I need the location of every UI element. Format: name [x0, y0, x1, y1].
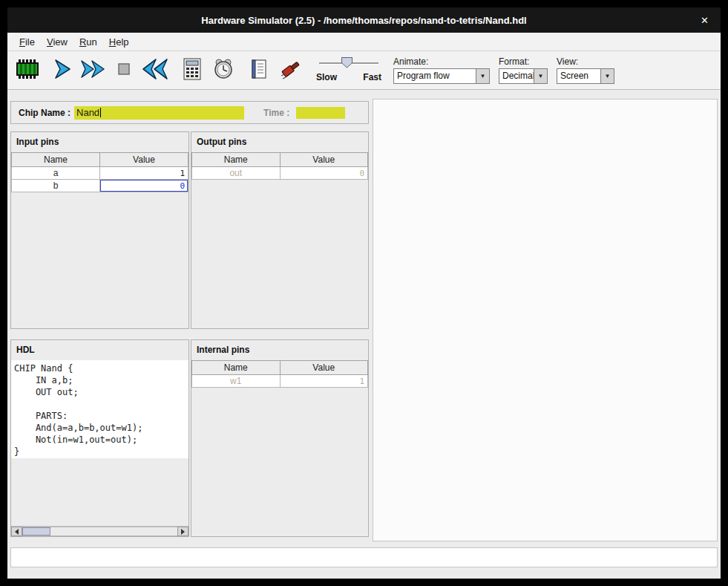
internal-pins-table: Name Value w1 1 — [191, 360, 368, 388]
scroll-thumb[interactable] — [22, 527, 50, 535]
slider-thumb[interactable] — [341, 57, 352, 68]
speed-slider[interactable] — [316, 57, 381, 70]
pin-value[interactable]: 1 — [100, 167, 188, 180]
slow-label: Slow — [316, 72, 337, 82]
format-select[interactable]: Decimal ▼ — [499, 68, 548, 84]
chip-name-input[interactable]: Nand — [74, 106, 244, 120]
menu-run[interactable]: Run — [73, 34, 103, 50]
clock-icon — [211, 57, 235, 83]
eval-button[interactable] — [177, 53, 208, 88]
main-content: Chip Name : Nand Time : Input pins Name … — [7, 90, 721, 579]
step-arrow-icon — [50, 58, 73, 82]
window-title: Hardware Simulator (2.5) - /home/thomas/… — [201, 15, 526, 26]
stop-square-icon — [113, 58, 135, 82]
hdl-panel: HDL CHIP Nand { IN a,b; OUT out; PARTS: … — [10, 339, 189, 537]
clear-button[interactable] — [275, 53, 306, 88]
internal-pins-panel: Internal pins Name Value w1 1 — [191, 339, 369, 537]
format-dropdown-button[interactable]: ▼ — [534, 69, 547, 83]
animate-control: Animate: Program flow ▼ — [393, 56, 490, 84]
view-value: Screen — [557, 69, 600, 83]
load-chip-button[interactable] — [12, 53, 43, 88]
pin-value: 1 — [280, 375, 368, 388]
calculator-icon — [181, 57, 203, 83]
column-header-value: Value — [280, 153, 368, 167]
pin-value: 0 — [280, 167, 368, 180]
menu-view[interactable]: View — [41, 34, 73, 50]
column-header-name: Name — [192, 361, 281, 375]
table-row: out 0 — [192, 167, 368, 180]
close-icon[interactable]: ✕ — [701, 15, 709, 26]
triangle-left-icon — [15, 529, 19, 535]
view-label: View: — [557, 56, 614, 67]
screen-view — [373, 99, 718, 541]
internal-pins-title: Internal pins — [191, 340, 368, 360]
pin-name: b — [12, 180, 100, 192]
menu-help[interactable]: Help — [103, 34, 135, 50]
view-select[interactable]: Screen ▼ — [557, 68, 614, 84]
pin-name: a — [12, 167, 100, 180]
app-window: Hardware Simulator (2.5) - /home/thomas/… — [7, 7, 721, 579]
column-header-value: Value — [100, 153, 188, 167]
titlebar: Hardware Simulator (2.5) - /home/thomas/… — [7, 7, 721, 33]
animate-select[interactable]: Program flow ▼ — [393, 68, 490, 84]
single-step-button[interactable] — [46, 53, 77, 88]
format-control: Format: Decimal ▼ — [499, 56, 548, 84]
chip-name-value: Nand — [76, 107, 99, 118]
output-pins-title: Output pins — [191, 132, 368, 152]
run-button[interactable] — [77, 53, 108, 88]
chip-name-label: Chip Name : — [19, 108, 70, 118]
toolbar: Slow Fast Animate: Program flow ▼ Format… — [7, 51, 721, 90]
view-control: View: Screen ▼ — [557, 56, 614, 84]
double-arrow-left-icon — [141, 57, 169, 83]
input-pins-panel: Input pins Name Value a 1 b 0 — [10, 131, 189, 329]
text-caret — [100, 108, 101, 117]
view-dropdown-button[interactable]: ▼ — [600, 69, 614, 83]
hdl-code: CHIP Nand { IN a,b; OUT out; PARTS: And(… — [11, 360, 188, 458]
stop-button[interactable] — [108, 53, 140, 88]
chip-name-bar: Chip Name : Nand Time : — [10, 101, 369, 124]
column-header-name: Name — [192, 153, 281, 167]
column-header-value: Value — [280, 361, 368, 375]
scroll-track[interactable] — [22, 527, 177, 536]
animate-value: Program flow — [394, 69, 476, 83]
slider-labels: Slow Fast — [316, 72, 381, 82]
clock-button[interactable] — [208, 53, 239, 88]
eraser-icon — [278, 57, 302, 83]
chevron-down-icon: ▼ — [538, 74, 544, 79]
speed-control: Slow Fast — [316, 57, 381, 82]
input-pins-title: Input pins — [11, 132, 188, 152]
format-value: Decimal — [499, 69, 534, 83]
time-field — [296, 107, 345, 119]
hdl-scrollbar[interactable] — [11, 526, 188, 536]
pin-name: out — [192, 167, 281, 180]
chip-icon — [14, 58, 41, 82]
pin-name: w1 — [192, 375, 281, 388]
status-bar — [10, 547, 718, 567]
time-label: Time : — [263, 108, 289, 118]
animate-label: Animate: — [393, 56, 490, 67]
document-icon — [249, 58, 269, 82]
output-pins-panel: Output pins Name Value out 0 — [191, 131, 369, 329]
scroll-left-button[interactable] — [11, 527, 22, 536]
format-label: Format: — [499, 56, 548, 67]
table-row: b 0 — [12, 180, 188, 192]
output-pins-table: Name Value out 0 — [191, 152, 368, 180]
menubar: File View Run Help — [7, 33, 721, 51]
column-header-name: Name — [12, 153, 100, 167]
fast-label: Fast — [363, 72, 381, 82]
chevron-down-icon: ▼ — [605, 74, 611, 79]
reset-button[interactable] — [140, 53, 171, 88]
pin-value-editing[interactable]: 0 — [100, 180, 188, 192]
menu-file[interactable]: File — [13, 34, 41, 50]
chevron-down-icon: ▼ — [480, 74, 486, 79]
hdl-view-button[interactable] — [243, 53, 275, 88]
animate-dropdown-button[interactable]: ▼ — [476, 69, 489, 83]
triangle-right-icon — [181, 529, 185, 535]
hdl-title: HDL — [11, 340, 188, 360]
double-arrow-right-icon — [79, 58, 106, 82]
input-pins-table: Name Value a 1 b 0 — [11, 152, 188, 192]
scroll-right-button[interactable] — [177, 527, 188, 536]
table-row: w1 1 — [192, 375, 368, 388]
table-row: a 1 — [12, 167, 188, 180]
